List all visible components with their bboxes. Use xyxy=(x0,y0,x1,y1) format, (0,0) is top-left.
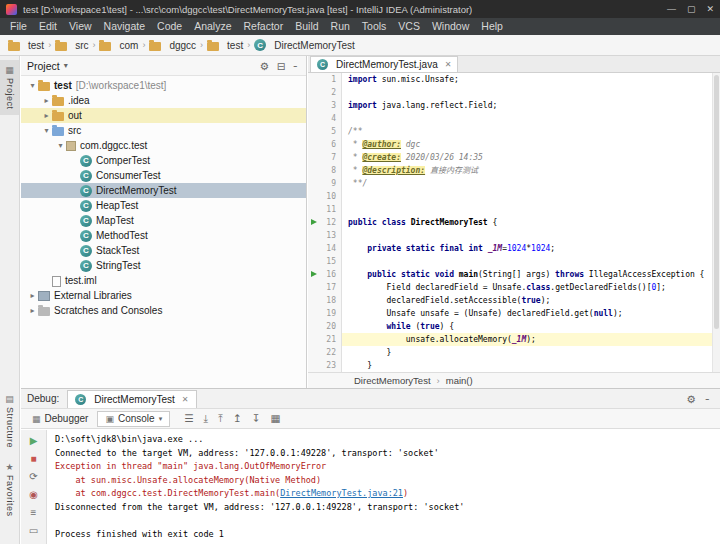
tree-expand-icon[interactable]: ▸ xyxy=(27,291,38,300)
tab-close-icon[interactable]: ✕ xyxy=(445,60,452,69)
session-close-icon[interactable]: ✕ xyxy=(182,395,189,404)
breadcrumb-test[interactable]: test xyxy=(8,40,44,51)
code-line-21[interactable]: 21 unsafe.allocateMemory(_1M); xyxy=(308,333,712,346)
tree-item-scratches-and-consoles[interactable]: ▸Scratches and Consoles xyxy=(21,303,306,318)
code-line-5[interactable]: 5/** xyxy=(308,125,712,138)
code-line-10[interactable]: 10 xyxy=(308,190,712,203)
menu-navigate[interactable]: Navigate xyxy=(98,18,151,35)
layout-icon[interactable]: ▦ xyxy=(271,412,281,425)
menu-refactor[interactable]: Refactor xyxy=(238,18,290,35)
menu-help[interactable]: Help xyxy=(475,18,509,35)
tree-expand-icon[interactable]: ▾ xyxy=(41,126,52,135)
code-line-7[interactable]: 7 * @create: 2020/03/26 14:35 xyxy=(308,151,712,164)
stop-button[interactable]: ■ xyxy=(30,452,36,465)
breadcrumb-dggcc[interactable]: dggcc xyxy=(149,40,196,51)
debug-session-tab[interactable]: C DirectMemoryTest ✕ xyxy=(67,390,196,408)
tree-item-out[interactable]: ▸out xyxy=(21,108,306,123)
tree-item-compertest[interactable]: CComperTest xyxy=(21,153,306,168)
settings-icon[interactable]: ⚙ xyxy=(686,393,695,405)
breadcrumb-method[interactable]: main() xyxy=(446,375,473,386)
code-line-15[interactable]: 15 xyxy=(308,255,712,268)
menu-analyze[interactable]: Analyze xyxy=(188,18,237,35)
tree-item-com-dggcc-test[interactable]: ▾com.dggcc.test xyxy=(21,138,306,153)
tool-button-project[interactable]: ▦Project xyxy=(0,60,19,115)
breadcrumb-com[interactable]: com xyxy=(99,40,138,51)
rerun-button[interactable]: ⟳ xyxy=(29,470,37,483)
run-button[interactable] xyxy=(311,219,317,225)
code-line-13[interactable]: 13 xyxy=(308,229,712,242)
tree-expand-icon[interactable]: ▸ xyxy=(41,111,52,120)
menu-run[interactable]: Run xyxy=(325,18,356,35)
code-line-2[interactable]: 2 xyxy=(308,86,712,99)
tree-item-src[interactable]: ▾src xyxy=(21,123,306,138)
tool-button-structure[interactable]: ▤Structure xyxy=(0,389,19,453)
mute-breakpoints-icon[interactable]: ◉ xyxy=(29,488,38,501)
code-line-16[interactable]: 16 public static void main(String[] args… xyxy=(308,268,712,281)
menu-vcs[interactable]: VCS xyxy=(392,18,426,35)
code-line-19[interactable]: 19 Unsafe unsafe = (Unsafe) declaredFiel… xyxy=(308,307,712,320)
menu-tools[interactable]: Tools xyxy=(356,18,393,35)
code-line-23[interactable]: 23 } xyxy=(308,359,712,372)
console-options-icon[interactable]: ≡ xyxy=(31,506,37,519)
tree-item-test-iml[interactable]: test.iml xyxy=(21,273,306,288)
project-panel-title[interactable]: Project xyxy=(27,60,60,72)
tree-item-directmemorytest[interactable]: CDirectMemoryTest xyxy=(21,183,306,198)
project-view-dropdown-icon[interactable]: ▾ xyxy=(64,61,68,70)
scroll-up-icon[interactable]: ⤒ xyxy=(218,412,223,425)
tree-expand-icon[interactable]: ▸ xyxy=(27,306,38,315)
menu-view[interactable]: View xyxy=(63,18,98,35)
editor-tab-directmemorytest[interactable]: C DirectMemoryTest.java ✕ xyxy=(310,56,458,72)
tree-item-test[interactable]: ▾test [D:\workspace1\test] xyxy=(21,78,306,93)
minimize-button[interactable]: — xyxy=(667,0,676,18)
code-line-11[interactable]: 11 xyxy=(308,203,712,216)
code-line-14[interactable]: 14 private static final int _1M=1024*102… xyxy=(308,242,712,255)
breadcrumb-test[interactable]: test xyxy=(207,40,243,51)
maximize-button[interactable]: ▢ xyxy=(687,0,696,18)
tab-debugger[interactable]: ▦Debugger xyxy=(25,411,95,427)
hide-icon[interactable]: ╴ xyxy=(706,393,712,405)
code-line-3[interactable]: 3import java.lang.reflect.Field; xyxy=(308,99,712,112)
menu-build[interactable]: Build xyxy=(289,18,324,35)
close-button[interactable]: ✕ xyxy=(706,0,714,18)
tree-item-consumertest[interactable]: CConsumerTest xyxy=(21,168,306,183)
breadcrumb-class[interactable]: DirectMemoryTest xyxy=(354,375,431,386)
hide-icon[interactable]: ╴ xyxy=(294,60,300,72)
tool-button-favorites[interactable]: ★Favorites xyxy=(0,457,19,522)
code-line-18[interactable]: 18 declaredField.setAccessible(true); xyxy=(308,294,712,307)
view-options-icon[interactable]: ☰ xyxy=(184,412,193,425)
tree-item-idea[interactable]: ▸.idea xyxy=(21,93,306,108)
resume-button[interactable]: ▶ xyxy=(30,434,38,447)
code-line-17[interactable]: 17 Field declaredField = Unsafe.class.ge… xyxy=(308,281,712,294)
tree-item-stacktest[interactable]: CStackTest xyxy=(21,243,306,258)
tab-console[interactable]: ▣Console▾ xyxy=(97,411,170,427)
settings-icon[interactable]: ⚙ xyxy=(259,60,268,72)
tree-expand-icon[interactable]: ▾ xyxy=(27,81,38,90)
code-line-8[interactable]: 8 * @description: 直接内存测试 xyxy=(308,164,712,177)
tree-item-heaptest[interactable]: CHeapTest xyxy=(21,198,306,213)
tree-item-maptest[interactable]: CMapTest xyxy=(21,213,306,228)
code-line-6[interactable]: 6 * @author: dgc xyxy=(308,138,712,151)
breadcrumb-src[interactable]: src xyxy=(55,40,88,51)
run-button[interactable] xyxy=(311,271,317,277)
code-line-20[interactable]: 20 while (true) { xyxy=(308,320,712,333)
tree-expand-icon[interactable]: ▾ xyxy=(55,141,66,150)
clear-console-icon[interactable]: ▭ xyxy=(29,524,38,537)
tree-item-stringtest[interactable]: CStringTest xyxy=(21,258,306,273)
menu-file[interactable]: File xyxy=(4,18,33,35)
collapse-all-icon[interactable]: ⊟ xyxy=(277,60,286,72)
breadcrumb-directmemorytest[interactable]: CDirectMemoryTest xyxy=(254,39,355,51)
scroll-down-icon[interactable]: ⤓ xyxy=(204,412,209,425)
menu-edit[interactable]: Edit xyxy=(33,18,63,35)
tree-item-external-libraries[interactable]: ▸External Libraries xyxy=(21,288,306,303)
code-line-1[interactable]: 1import sun.misc.Unsafe; xyxy=(308,73,712,86)
code-line-22[interactable]: 22 } xyxy=(308,346,712,359)
editor-scrollbar[interactable] xyxy=(712,73,720,372)
code-line-9[interactable]: 9 **/ xyxy=(308,177,712,190)
console-stacktrace-link[interactable]: DirectMemoryTest.java:21 xyxy=(280,488,403,498)
code-area[interactable]: 1import sun.misc.Unsafe;23import java.la… xyxy=(308,73,712,372)
code-line-12[interactable]: 12public class DirectMemoryTest { xyxy=(308,216,712,229)
console-output[interactable]: D:\soft\jdk8\bin\java.exe ...Connected t… xyxy=(47,430,720,544)
tree-expand-icon[interactable]: ▸ xyxy=(41,96,52,105)
move-up-icon[interactable]: ↥ xyxy=(233,412,242,425)
menu-window[interactable]: Window xyxy=(426,18,475,35)
